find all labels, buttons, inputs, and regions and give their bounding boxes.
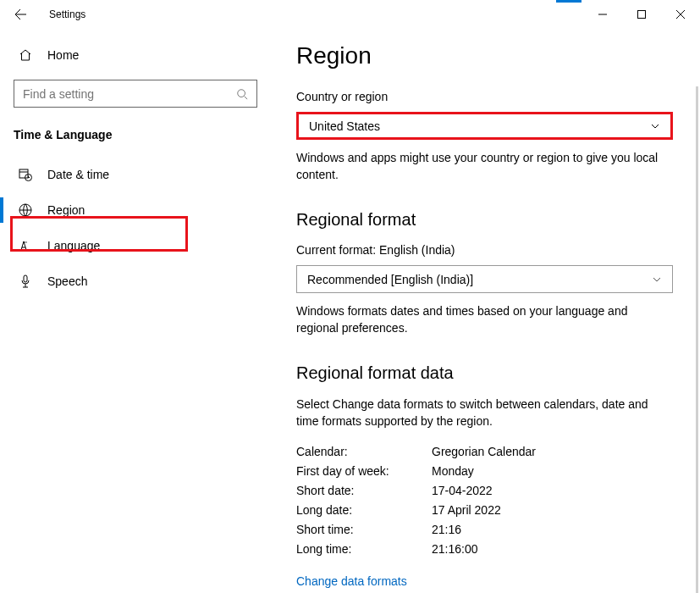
country-caption: Windows and apps might use your country … [296, 150, 673, 183]
format-value: Recommended [English (India)] [307, 273, 473, 286]
nav-label: Language [47, 239, 100, 252]
category-header: Time & Language [0, 108, 271, 157]
minimize-button[interactable] [583, 0, 622, 29]
data-caption: Select Change data formats to switch bet… [296, 396, 673, 430]
data-row: Short date: 17-04-2022 [296, 481, 675, 501]
home-nav-item[interactable]: Home [0, 37, 271, 73]
scrollbar[interactable] [696, 86, 698, 593]
format-caption: Windows formats dates and times based on… [296, 303, 673, 336]
back-button[interactable] [2, 0, 39, 29]
data-row: Long date: 17 April 2022 [296, 501, 675, 520]
accent-strip [556, 0, 581, 3]
row-val: Monday [432, 462, 474, 481]
window-controls [583, 0, 700, 29]
titlebar: Settings [0, 0, 700, 29]
page-title: Region [296, 42, 675, 69]
data-row: Calendar: Gregorian Calendar [296, 442, 675, 462]
nav-label: Region [47, 203, 85, 217]
row-val: 21:16:00 [432, 540, 478, 559]
row-val: 21:16 [432, 520, 461, 540]
data-row: Short time: 21:16 [296, 520, 675, 540]
svg-rect-2 [19, 169, 28, 178]
svg-rect-5 [24, 275, 27, 282]
arrow-left-icon [14, 8, 27, 21]
maximize-icon [637, 10, 646, 19]
maximize-button[interactable] [622, 0, 661, 29]
globe-icon [19, 203, 32, 217]
row-val: 17 April 2022 [432, 501, 501, 520]
chevron-down-icon [650, 121, 660, 131]
nav-item-date-time[interactable]: Date & time [0, 157, 271, 192]
svg-point-1 [238, 89, 245, 97]
row-key: Long date: [296, 501, 432, 520]
svg-rect-0 [638, 11, 646, 19]
microphone-icon [19, 274, 32, 288]
country-label: Country or region [296, 90, 675, 103]
calendar-clock-icon [19, 168, 32, 181]
row-key: Calendar: [296, 442, 432, 462]
search-input[interactable] [23, 87, 218, 101]
row-val: Gregorian Calendar [432, 442, 536, 462]
data-header: Regional format data [296, 363, 675, 383]
country-value: United States [309, 119, 380, 133]
language-icon [19, 239, 32, 252]
nav-item-speech[interactable]: Speech [0, 263, 271, 299]
nav-item-region[interactable]: Region [0, 192, 271, 228]
nav-item-language[interactable]: Language [0, 228, 271, 263]
data-row: Long time: 21:16:00 [296, 540, 675, 559]
row-key: Short date: [296, 481, 432, 501]
row-val: 17-04-2022 [432, 481, 493, 501]
minimize-icon [598, 10, 607, 19]
search-box[interactable] [14, 80, 257, 108]
row-key: Short time: [296, 520, 432, 540]
app-title: Settings [49, 8, 85, 20]
current-format-label: Current format: English (India) [296, 243, 675, 257]
close-button[interactable] [661, 0, 700, 29]
row-key: Long time: [296, 540, 432, 559]
home-icon [19, 48, 32, 62]
change-data-formats-link[interactable]: Change data formats [296, 574, 675, 588]
data-row: First day of week: Monday [296, 462, 675, 481]
close-icon [676, 10, 685, 19]
nav-label: Speech [47, 274, 87, 288]
chevron-down-icon [652, 274, 662, 285]
row-key: First day of week: [296, 462, 432, 481]
nav-label: Date & time [47, 168, 109, 181]
sidebar: Home Time & Language Date & time Region [0, 29, 271, 593]
regional-format-header: Regional format [296, 210, 675, 230]
format-dropdown[interactable]: Recommended [English (India)] [296, 265, 673, 293]
content-pane: Region Country or region United States W… [271, 29, 700, 593]
home-label: Home [47, 48, 79, 62]
search-icon [236, 88, 248, 100]
country-dropdown[interactable]: United States [296, 112, 673, 140]
